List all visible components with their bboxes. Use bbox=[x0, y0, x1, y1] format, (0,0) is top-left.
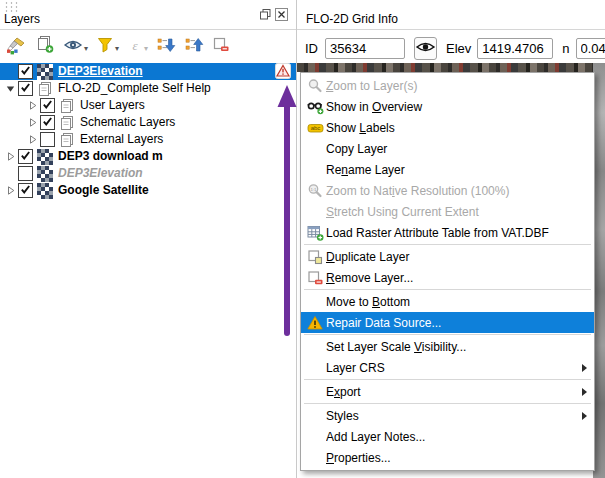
layer-label: DEP3Elevation bbox=[58, 165, 143, 182]
checkmark-icon bbox=[20, 150, 31, 164]
layers-panel-title: Layers bbox=[4, 12, 40, 26]
expander-collapsed-icon[interactable] bbox=[25, 101, 40, 110]
menu-item-zoom-to-native-resolution-100[interactable]: 1:1Zoom to Native Resolution (100%) bbox=[301, 180, 594, 201]
menu-item-set-layer-scale-visibility[interactable]: Set Layer Scale Visibility... bbox=[301, 336, 594, 357]
menu-item-export[interactable]: Export bbox=[301, 381, 594, 402]
menu-item-styles[interactable]: Styles bbox=[301, 405, 594, 426]
layer-tree: DEP3ElevationFLO-2D_Complete Self HelpUs… bbox=[0, 63, 296, 199]
submenu-arrow-icon bbox=[580, 364, 588, 372]
layer-row-dep3elevation-2[interactable]: DEP3Elevation bbox=[0, 165, 296, 182]
n-field-label: n bbox=[562, 41, 569, 56]
group-layer-icon bbox=[59, 98, 75, 114]
layer-label: User Layers bbox=[80, 97, 145, 114]
layer-visibility-checkbox[interactable] bbox=[40, 98, 55, 113]
expand-all-button[interactable] bbox=[153, 33, 179, 59]
grid-info-controls: ID Elev n bbox=[297, 36, 605, 60]
layer-row-dep3-download-m[interactable]: DEP3 download m bbox=[0, 148, 296, 165]
menu-item-label: Properties... bbox=[326, 451, 588, 465]
abc-label-icon: abc bbox=[304, 120, 326, 136]
submenu-arrow-icon bbox=[580, 388, 588, 396]
flo2d-grid-info-panel: FLO-2D Grid Info ID Elev n bbox=[297, 0, 605, 62]
layer-visibility-checkbox[interactable] bbox=[18, 81, 33, 96]
layer-label: Google Satellite bbox=[58, 182, 149, 199]
eye-button[interactable] bbox=[414, 37, 437, 60]
menu-item-label: Zoom to Native Resolution (100%) bbox=[326, 184, 588, 198]
layer-visibility-checkbox[interactable] bbox=[40, 115, 55, 130]
expander-collapsed-icon[interactable] bbox=[25, 118, 40, 127]
raster-layer-icon bbox=[37, 149, 53, 165]
expander-collapsed-icon[interactable] bbox=[3, 186, 18, 195]
open-layer-styling-button[interactable] bbox=[2, 33, 30, 59]
layer-row-schematic-layers[interactable]: Schematic Layers bbox=[0, 114, 296, 131]
map-canvas-strip[interactable] bbox=[297, 63, 605, 72]
layer-visibility-checkbox[interactable] bbox=[18, 64, 33, 79]
svg-text:ε: ε bbox=[132, 37, 138, 52]
expander-collapsed-icon[interactable] bbox=[3, 152, 18, 161]
expander-expanded-icon[interactable] bbox=[3, 85, 18, 93]
layer-row-google-satellite[interactable]: Google Satellite bbox=[0, 182, 296, 199]
group-layer-icon bbox=[59, 115, 75, 131]
elev-field-input[interactable] bbox=[477, 38, 553, 59]
menu-item-show-in-overview[interactable]: Show in Overview bbox=[301, 96, 594, 117]
id-field-input[interactable] bbox=[325, 38, 405, 59]
layer-visibility-checkbox[interactable] bbox=[18, 183, 33, 198]
menu-item-label: Layer CRS bbox=[326, 361, 580, 375]
raster-layer-icon bbox=[37, 166, 53, 182]
close-panel-button[interactable] bbox=[275, 9, 288, 22]
layer-label: External Layers bbox=[80, 131, 163, 148]
duplicate-icon bbox=[304, 249, 326, 265]
magnifier-native-icon: 1:1 bbox=[304, 183, 326, 199]
manage-map-themes-button[interactable]: ▾ bbox=[60, 33, 91, 59]
menu-item-label: Zoom to Layer(s) bbox=[326, 79, 588, 93]
float-panel-button[interactable] bbox=[259, 9, 272, 22]
remove-layer-group-button[interactable] bbox=[209, 33, 233, 59]
svg-text:abc: abc bbox=[310, 125, 320, 131]
submenu-arrow-icon bbox=[580, 412, 588, 420]
menu-item-label: Repair Data Source... bbox=[326, 316, 588, 330]
menu-item-label: Load Raster Attribute Table from VAT.DBF bbox=[326, 226, 588, 240]
glasses-icon bbox=[304, 99, 326, 115]
menu-item-properties[interactable]: Properties... bbox=[301, 447, 594, 468]
layer-label: DEP3Elevation bbox=[58, 63, 143, 80]
menu-item-zoom-to-layer-s[interactable]: Zoom to Layer(s) bbox=[301, 75, 594, 96]
menu-item-layer-crs[interactable]: Layer CRS bbox=[301, 357, 594, 378]
menu-item-remove-layer[interactable]: Remove Layer... bbox=[301, 267, 594, 288]
menu-item-duplicate-layer[interactable]: Duplicate Layer bbox=[301, 246, 594, 267]
menu-item-copy-layer[interactable]: Copy Layer bbox=[301, 138, 594, 159]
menu-item-label: Export bbox=[326, 385, 580, 399]
menu-separator bbox=[304, 289, 591, 290]
close-icon bbox=[275, 8, 288, 24]
checkmark-icon bbox=[20, 65, 31, 79]
menu-item-label: Duplicate Layer bbox=[326, 250, 588, 264]
layer-row-external-layers[interactable]: External Layers bbox=[0, 131, 296, 148]
menu-item-show-labels[interactable]: abcShow Labels bbox=[301, 117, 594, 138]
svg-text:1:1: 1:1 bbox=[310, 187, 317, 192]
layer-visibility-checkbox[interactable] bbox=[40, 132, 55, 147]
menu-item-label: Show Labels bbox=[326, 121, 588, 135]
expander-collapsed-icon[interactable] bbox=[25, 135, 40, 144]
n-field-input[interactable] bbox=[576, 38, 605, 59]
layer-row-dep3elevation[interactable]: DEP3Elevation bbox=[0, 63, 296, 80]
menu-item-add-layer-notes[interactable]: Add Layer Notes... bbox=[301, 426, 594, 447]
menu-item-rename-layer[interactable]: Rename Layer bbox=[301, 159, 594, 180]
panel-drag-grip[interactable] bbox=[4, 1, 18, 12]
table-plus-icon bbox=[304, 225, 326, 241]
filter-legend-button[interactable]: ▾ bbox=[93, 33, 122, 59]
menu-separator bbox=[304, 244, 591, 245]
layer-visibility-checkbox[interactable] bbox=[18, 149, 33, 164]
collapse-all-button[interactable] bbox=[181, 33, 207, 59]
layer-visibility-checkbox[interactable] bbox=[18, 166, 33, 181]
layers-toolbar: ▾▾ε▾ bbox=[2, 32, 233, 60]
menu-item-label: Set Layer Scale Visibility... bbox=[326, 340, 588, 354]
menu-item-stretch-using-current-extent[interactable]: Stretch Using Current Extent bbox=[301, 201, 594, 222]
layer-row-flo-2d-complete-self-help[interactable]: FLO-2D_Complete Self Help bbox=[0, 80, 296, 97]
add-group-button[interactable] bbox=[32, 33, 58, 59]
menu-item-repair-data-source[interactable]: Repair Data Source... bbox=[301, 312, 594, 333]
filter-by-expression-button[interactable]: ε▾ bbox=[124, 33, 151, 59]
remove-icon bbox=[304, 270, 326, 286]
float-icon bbox=[259, 8, 272, 24]
data-source-warning-icon[interactable] bbox=[275, 63, 291, 79]
layer-row-user-layers[interactable]: User Layers bbox=[0, 97, 296, 114]
menu-item-move-to-bottom[interactable]: Move to Bottom bbox=[301, 291, 594, 312]
menu-item-load-raster-attribute-table-from-vat-dbf[interactable]: Load Raster Attribute Table from VAT.DBF bbox=[301, 222, 594, 243]
